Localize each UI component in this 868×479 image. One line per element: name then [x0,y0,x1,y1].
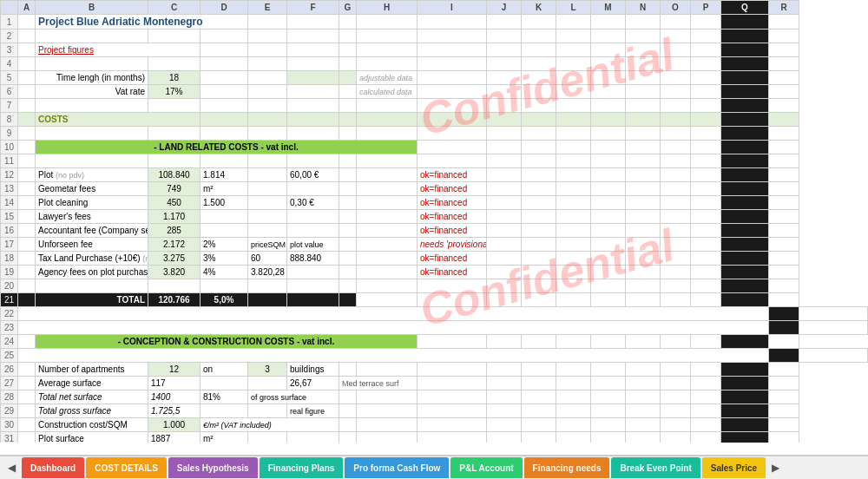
cell-30-a [18,418,36,432]
cell-9-i [418,127,487,141]
cell-2-n [626,30,661,43]
cell-24-i [418,335,487,349]
cell-5-r [769,71,799,85]
col-header-l: L [556,1,591,15]
cell-8-g [339,113,357,127]
cell-27-l [556,377,591,390]
row-num-23: 23 [1,321,18,335]
cell-5-c[interactable]: 18 [148,71,201,85]
cell-16-e [248,224,287,238]
cell-5-g [339,71,357,85]
cell-18-f: 888.840 [287,252,339,266]
tab-financing-plans[interactable]: Financing Plans [260,457,344,478]
cell-22-q [769,307,799,321]
cell-14-b: Plot cleaning [36,196,148,210]
cell-17-c[interactable]: 2.172 [148,238,201,252]
row-2: 2 [1,30,868,43]
cell-4-j [487,57,522,71]
cell-17-i: needs 'provisional' financing [418,238,487,252]
cell-11-m [591,154,626,168]
cell-14-r [769,196,799,210]
cell-15-r [769,210,799,224]
tab-dashboard[interactable]: Dashboard [22,457,84,478]
cell-3-j [487,43,522,57]
cell-2-b [36,30,148,43]
cell-12-c[interactable]: 108.840 [148,168,201,182]
cell-5-a [18,71,36,85]
tab-sales-hypothesis[interactable]: Sales Hypothesis [168,457,258,478]
cell-19-c[interactable]: 3.820 [148,266,201,279]
cell-9-l [556,127,591,141]
cell-6-k [522,85,556,99]
tab-cost-details[interactable]: COST DETAILS [86,457,167,478]
tab-proforma-cashflow[interactable]: Pro forma Cash Flow [345,457,449,478]
row-23: 23 [1,321,868,335]
cell-26-e[interactable]: 3 [248,363,287,377]
cell-7-g [339,99,357,113]
cell-6-c[interactable]: 17% [148,85,201,99]
cell-30-b: Construction cost/SQM [36,418,148,432]
row-num-11: 11 [1,154,18,168]
tab-financing-needs[interactable]: Financing needs [524,457,610,478]
tab-scroll-right[interactable]: ▶ [767,460,784,476]
cell-27-o [661,377,691,390]
row-num-24: 24 [1,335,18,349]
cell-19-m [591,266,626,279]
tab-breakeven[interactable]: Break Even Point [611,457,700,478]
cell-16-c[interactable]: 285 [148,224,201,238]
tab-scroll-left[interactable]: ◀ [3,460,20,476]
cell-18-l [556,252,591,266]
col-header-f: F [287,1,339,15]
cell-12-g [339,168,357,182]
cell-26-c[interactable]: 12 [148,363,201,377]
cell-27-q [721,377,769,390]
cell-16-d [201,224,248,238]
spreadsheet-table: A B C D E F G H I J K L M N O P Q R [0,0,868,443]
cell-2-q [721,30,769,43]
row-num-29: 29 [1,404,18,418]
cell-5-j [487,71,522,85]
cell-13-q [721,182,769,196]
cell-18-o [661,252,691,266]
cell-9-q [721,127,769,141]
cell-31-g [339,432,357,443]
cell-30-c[interactable]: 1.000 [148,418,201,432]
cell-26-i [418,363,487,377]
tab-sales-price[interactable]: Sales Price [702,457,766,478]
cell-14-c[interactable]: 450 [148,196,201,210]
cell-4-k [522,57,556,71]
cell-18-n [626,252,661,266]
cell-15-c[interactable]: 1.170 [148,210,201,224]
tab-bar: ◀ Dashboard COST DETAILS Sales Hypothesi… [0,455,868,479]
cell-16-p [691,224,721,238]
tab-pl-account[interactable]: P&L Account [450,457,522,478]
cell-6-a [18,85,36,99]
cell-23-rest [18,321,769,335]
cell-2-o [661,30,691,43]
cell-5-q [721,71,769,85]
cell-14-h [357,196,418,210]
cell-24-j [487,335,522,349]
cell-18-c[interactable]: 3.275 [148,252,201,266]
cell-23-r [799,321,868,335]
row-num-31: 31 [1,432,18,443]
cell-4-l [556,57,591,71]
cell-24-b: - CONCEPTION & CONSTRUCTION COSTS - vat … [36,335,418,349]
cell-30-g [339,418,357,432]
cell-28-d: 81% [201,390,248,404]
cell-7-c [148,99,201,113]
cell-13-c[interactable]: 749 [148,182,201,196]
cell-8-j [487,113,522,127]
cell-13-h [357,182,418,196]
cell-20-b [36,279,148,293]
cell-3-f [287,43,339,57]
cell-19-i: ok=financed [418,266,487,279]
cell-28-p [691,390,721,404]
cell-15-i: ok=financed [418,210,487,224]
cell-18-q [721,252,769,266]
cell-4-d [201,57,248,71]
cell-12-h [357,168,418,182]
cell-6-g [339,85,357,99]
cell-20-d [201,279,248,293]
cell-3-b[interactable]: Project figures [36,43,201,57]
